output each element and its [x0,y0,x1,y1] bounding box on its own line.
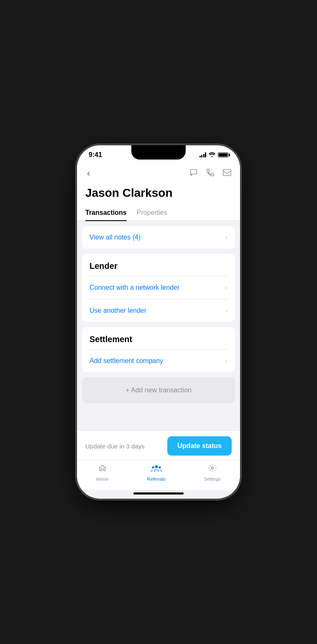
add-settlement-company-text: Add settlement company [89,357,163,365]
home-indicator [133,492,184,495]
phone-icon[interactable] [206,168,215,179]
tabs: Transactions Properties [77,205,240,221]
connect-network-lender-row[interactable]: Connect with a network lender › [82,276,235,299]
phone-frame: 9:41 ‹ [77,145,240,499]
add-settlement-company-row[interactable]: Add settlement company › [82,350,235,372]
view-all-notes-row[interactable]: View all notes (4) › [82,226,235,249]
back-button[interactable]: ‹ [85,166,92,180]
lender-section-title: Lender [82,254,235,276]
email-icon[interactable] [222,168,232,179]
status-icons [199,152,229,158]
update-due-text: Update due in 3 days [85,443,145,450]
svg-point-2 [152,466,154,469]
notes-chevron-icon: › [225,234,228,241]
bottom-bar: Update due in 3 days Update status [77,430,240,460]
notch [131,145,186,160]
home-label: Home [96,477,108,482]
svg-point-1 [155,465,158,468]
battery-icon [218,152,228,157]
tab-bar-home[interactable]: Home [96,464,108,482]
svg-point-4 [211,467,214,469]
settlement-section-title: Settlement [82,327,235,349]
settings-icon [207,464,217,475]
phone-screen: 9:41 ‹ [77,145,240,499]
referrals-icon [151,464,162,475]
wifi-icon [209,152,215,158]
use-another-lender-chevron-icon: › [225,307,228,314]
svg-point-3 [158,466,161,469]
tab-transactions[interactable]: Transactions [85,205,127,221]
contact-name: Jason Clarkson [85,185,232,205]
tab-bar-settings[interactable]: Settings [204,464,221,482]
referrals-label: Referrals [147,477,166,482]
lender-card: Lender Connect with a network lender › U… [82,254,235,322]
status-time: 9:41 [89,151,102,159]
settings-label: Settings [204,477,221,482]
tab-bar: Home Referrals [77,460,240,490]
tab-bar-referrals[interactable]: Referrals [147,464,166,482]
connect-lender-chevron-icon: › [225,284,228,291]
add-transaction-text: + Add new transaction [125,386,192,394]
add-transaction-card[interactable]: + Add new transaction [82,377,235,403]
chat-icon[interactable] [189,168,198,179]
settlement-card: Settlement Add settlement company › [82,327,235,372]
settlement-chevron-icon: › [225,357,228,365]
svg-rect-0 [223,169,231,175]
home-icon [97,464,107,475]
connect-network-lender-text: Connect with a network lender [89,284,179,291]
content-area: View all notes (4) › Lender Connect with… [77,221,240,430]
header-actions [189,168,232,179]
signal-bars-icon [199,152,207,157]
notes-card: View all notes (4) › [82,226,235,249]
update-status-button[interactable]: Update status [167,436,232,456]
view-all-notes-text: View all notes (4) [89,234,141,241]
header: ‹ [77,162,240,205]
use-another-lender-text: Use another lender [89,307,146,314]
tab-properties[interactable]: Properties [137,205,167,221]
header-nav: ‹ [85,166,232,185]
use-another-lender-row[interactable]: Use another lender › [82,299,235,322]
